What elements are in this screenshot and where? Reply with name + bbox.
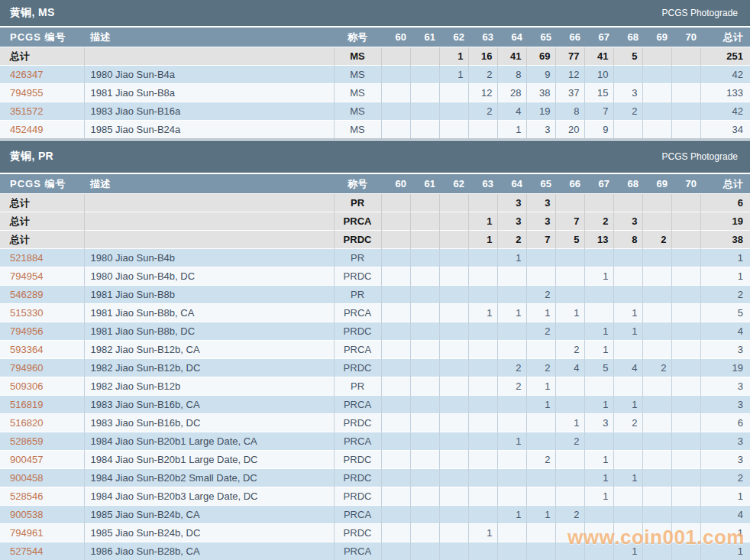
pcgs-number-link[interactable]: 452449 <box>10 124 43 135</box>
grade-cell: 8 <box>555 102 584 121</box>
coin-description: 1984 Jiao Sun-B20b1 Large Date, CA <box>84 432 334 451</box>
coin-row: 5218841980 Jiao Sun-B4bPR11 <box>0 249 750 267</box>
grade-cell <box>381 451 410 469</box>
pcgs-number-link[interactable]: 900538 <box>10 509 43 520</box>
pcgs-number-link[interactable]: 546289 <box>10 289 43 300</box>
pcgs-number-cell: 593364 <box>0 341 84 359</box>
grade-total-cell: 41 <box>584 47 613 66</box>
pcgs-number-link[interactable]: 426347 <box>10 69 43 80</box>
header-grade-67: 67 <box>584 174 613 194</box>
grade-cell <box>439 121 468 139</box>
header-grade-67: 67 <box>584 28 613 47</box>
pcgs-number-link[interactable]: 900457 <box>10 454 43 465</box>
pcgs-number-link[interactable]: 794955 <box>10 87 43 99</box>
grade-cell: 1 <box>497 506 526 524</box>
grade-cell <box>468 286 497 304</box>
pcgs-number-link[interactable]: 900458 <box>10 472 43 484</box>
grade-cell: 19 <box>526 102 555 121</box>
grade-cell <box>381 249 410 267</box>
pcgs-number-link[interactable]: 516820 <box>10 417 43 429</box>
pcgs-number-link[interactable]: 515330 <box>10 307 43 319</box>
grade-cell: 4 <box>555 359 584 377</box>
coin-description: 1981 Jiao Sun-B8b, DC <box>84 322 334 341</box>
coin-row: 7949601982 Jiao Sun-B12b, DCPRDC22454219 <box>0 359 750 377</box>
grade-cell: 3 <box>613 84 642 102</box>
row-total-cell: 34 <box>700 121 750 139</box>
pcgs-number-cell: 452449 <box>0 121 84 139</box>
grade-cell <box>410 487 439 506</box>
header-grade-61: 61 <box>410 174 439 194</box>
designation-cell: PRDC <box>334 359 381 377</box>
grade-cell <box>497 524 526 542</box>
grade-total-cell <box>671 231 700 249</box>
grade-cell <box>410 341 439 359</box>
pcgs-number-link[interactable]: 794961 <box>10 527 43 539</box>
grade-total-cell <box>381 231 410 249</box>
total-desc-cell <box>84 47 334 66</box>
pcgs-number-link[interactable]: 794954 <box>10 270 43 282</box>
grade-cell <box>381 542 410 560</box>
grade-total-cell: 69 <box>526 47 555 66</box>
grade-cell <box>468 451 497 469</box>
grade-total-cell <box>642 212 671 231</box>
pcgs-number-link[interactable]: 593364 <box>10 344 43 355</box>
grade-cell <box>439 432 468 451</box>
grade-cell: 1 <box>497 432 526 451</box>
photograde-link[interactable]: PCGS Photograde <box>662 151 738 162</box>
row-total-cell: 1 <box>700 249 750 267</box>
row-total-cell: 3 <box>700 451 750 469</box>
grade-cell <box>410 322 439 341</box>
grade-cell <box>642 267 671 286</box>
coin-row: 7949611985 Jiao Sun-B24b, DCPRDC11 <box>0 524 750 542</box>
coin-description: 1982 Jiao Sun-B12b, CA <box>84 341 334 359</box>
pcgs-number-link[interactable]: 528659 <box>10 435 43 447</box>
grade-cell <box>410 506 439 524</box>
grade-cell: 1 <box>613 469 642 487</box>
pcgs-number-link[interactable]: 794956 <box>10 325 43 337</box>
grade-cell: 2 <box>497 359 526 377</box>
pcgs-number-cell: 900458 <box>0 469 84 487</box>
grade-cell <box>468 249 497 267</box>
pcgs-number-link[interactable]: 521884 <box>10 252 43 264</box>
grade-cell <box>526 267 555 286</box>
grade-cell <box>613 524 642 542</box>
grade-cell: 2 <box>555 506 584 524</box>
grade-cell <box>555 542 584 560</box>
header-pcgs-number: PCGS 编号 <box>0 174 84 194</box>
grade-total-cell: 2 <box>497 231 526 249</box>
grade-cell: 7 <box>584 102 613 121</box>
pcgs-number-link[interactable]: 527544 <box>10 545 43 557</box>
table-title-bar: 黄铜, PRPCGS Photograde <box>0 141 750 173</box>
coin-row: 5168191983 Jiao Sun-B16b, CAPRCA1113 <box>0 396 750 414</box>
pcgs-number-link[interactable]: 516819 <box>10 399 43 410</box>
pcgs-number-link[interactable]: 528546 <box>10 490 43 502</box>
pcgs-number-link[interactable]: 794960 <box>10 362 43 374</box>
grade-total-cell <box>555 194 584 212</box>
photograde-link[interactable]: PCGS Photograde <box>662 8 738 18</box>
grade-cell <box>439 249 468 267</box>
row-total-cell: 1 <box>700 487 750 506</box>
grade-cell <box>613 377 642 396</box>
coin-description: 1985 Jiao Sun-B24b, CA <box>84 506 334 524</box>
grade-cell: 1 <box>526 396 555 414</box>
grade-cell <box>671 102 700 121</box>
grade-cell: 2 <box>526 286 555 304</box>
grade-cell <box>642 414 671 432</box>
designation-cell: MS <box>334 84 381 102</box>
grade-cell <box>642 451 671 469</box>
pcgs-number-link[interactable]: 509306 <box>10 380 43 392</box>
pcgs-number-cell: 426347 <box>0 66 84 84</box>
grade-cell <box>381 524 410 542</box>
coin-description: 1980 Jiao Sun-B4a <box>84 66 334 84</box>
pcgs-number-link[interactable]: 351572 <box>10 105 43 117</box>
grade-cell: 3 <box>526 121 555 139</box>
grade-cell <box>381 469 410 487</box>
grade-cell <box>642 102 671 121</box>
grade-cell <box>410 524 439 542</box>
designation-cell: MS <box>334 66 381 84</box>
grade-cell <box>381 359 410 377</box>
total-designation: PRCA <box>334 212 381 231</box>
coin-description: 1981 Jiao Sun-B8b, CA <box>84 304 334 322</box>
grade-cell: 2 <box>642 359 671 377</box>
grade-total-cell <box>468 194 497 212</box>
